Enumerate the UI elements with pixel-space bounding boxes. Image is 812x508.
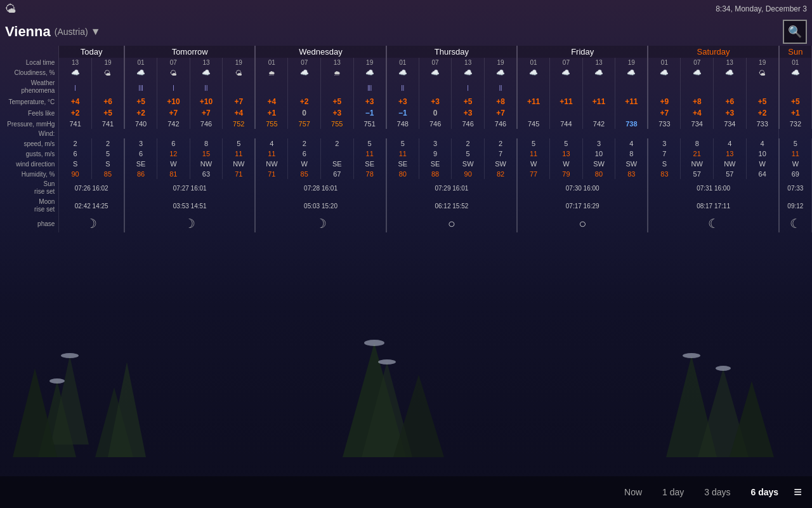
city-country: (Austria) (55, 27, 88, 37)
weather-table-wrapper: Today Tomorrow Wednesday Thursday Friday… (0, 46, 812, 232)
day-wednesday: Wednesday (255, 46, 386, 58)
hamburger-menu-icon[interactable]: ≡ (794, 484, 802, 500)
day-saturday: Saturday (648, 46, 778, 58)
day-sun: Sun (779, 46, 812, 58)
app-icon: 🌤 (5, 3, 16, 16)
weather-table: Today Tomorrow Wednesday Thursday Friday… (0, 46, 812, 232)
day-tomorrow: Tomorrow (124, 46, 255, 58)
wind-label-row: Wind: (0, 129, 812, 138)
nav-6days[interactable]: 6 days (746, 485, 784, 500)
weather-phenomena-row: Weatherphenomena | |||||| ||| ||||| (0, 78, 812, 96)
datetime: 8:34, Monday, December 3 (716, 4, 807, 13)
local-time-label: Local time (0, 58, 59, 67)
nav-now[interactable]: Now (619, 485, 647, 500)
wind-speed-row: speed, m/s 22 3685 4225 5322 5534 3844 5 (0, 138, 812, 149)
day-thursday: Thursday (386, 46, 517, 58)
day-friday: Friday (517, 46, 648, 58)
pressure-row: Pressure, mmHg 741741 740742746752 75575… (0, 119, 812, 129)
nav-3days[interactable]: 3 days (699, 485, 735, 500)
search-button[interactable]: 🔍 (783, 20, 807, 44)
day-header-row: Today Tomorrow Wednesday Thursday Friday… (0, 46, 812, 58)
header-row: Vienna (Austria) ▼ 🔍 (0, 18, 812, 46)
moon-row: Moonrise set 02:42 14:25 03:53 14:51 05:… (0, 197, 812, 215)
topbar: 🌤 8:34, Monday, December 3 (0, 0, 812, 18)
sun-row: Sunrise set 07:26 16:02 07:27 16:01 07:2… (0, 179, 812, 197)
dropdown-arrow-icon[interactable]: ▼ (91, 26, 101, 37)
temperature-row: Temperature, °C +4+6 +5+10+10+7 +4+2+5+3… (0, 96, 812, 107)
moon-phase-row: phase ☽ ☽ ☽ ○ ○ ☾ ☾ (0, 215, 812, 232)
nav-1day[interactable]: 1 day (657, 485, 689, 500)
feels-like-row: Feels like +2+5 +2+7+7+4 +10+3−1 −10+3+7… (0, 107, 812, 119)
day-today: Today (59, 46, 124, 58)
humidity-row: Humidity, % 9085 86816371 71856778 80889… (0, 169, 812, 179)
city-name: Vienna (5, 23, 51, 40)
bottom-nav: Now 1 day 3 days 6 days ≡ (0, 476, 812, 508)
wind-direction-row: wind direction SS SEWNWNW NWWSESE SESESW… (0, 159, 812, 169)
cloudiness-row: Cloudiness, % ☁️🌤 ☁️🌤☁️🌤 🌧☁️🌧☁️ ☁️☁️☁️☁️… (0, 67, 812, 78)
time-row: Local time 1319 01071319 01071319 010713… (0, 58, 812, 67)
wind-gusts-row: gusts, m/s 65 6121511 11611 11957 111310… (0, 149, 812, 159)
